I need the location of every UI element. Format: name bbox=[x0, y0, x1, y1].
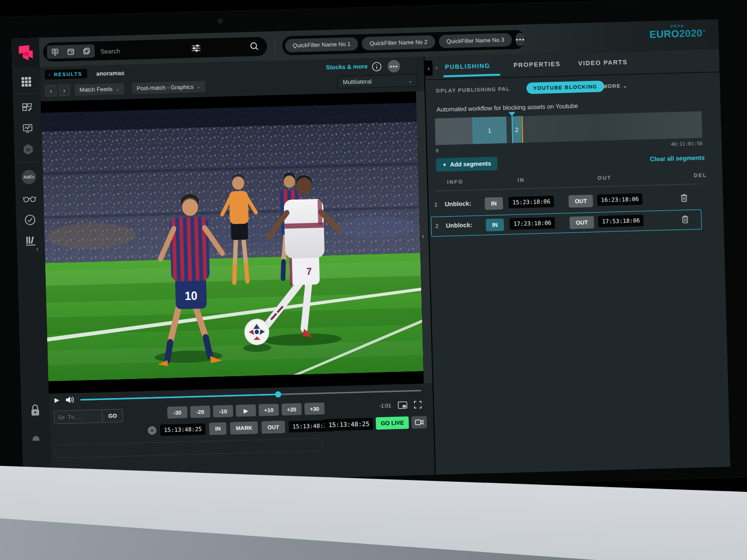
chevron-right-icon: › bbox=[422, 232, 424, 240]
projector-icon[interactable] bbox=[50, 47, 60, 57]
row1-in-timecode[interactable]: 15:23:18:06 bbox=[508, 196, 554, 209]
out-button[interactable]: OUT bbox=[262, 420, 285, 433]
search-icon[interactable] bbox=[249, 41, 260, 52]
subtab-youtube-blocking[interactable]: YOUTUBE BLOCKING bbox=[526, 80, 604, 94]
jog-minus-10-button[interactable]: -10 bbox=[213, 405, 233, 417]
goto-group: GO bbox=[54, 409, 123, 424]
pip-icon[interactable] bbox=[398, 401, 407, 409]
in-timecode[interactable]: 15:13:48:25 bbox=[160, 423, 206, 436]
row1-out-button[interactable]: OUT bbox=[568, 195, 593, 208]
sidebar-divider bbox=[19, 161, 39, 162]
row2-in-button[interactable]: IN bbox=[485, 219, 504, 231]
annotation-input[interactable] bbox=[55, 438, 323, 458]
jog-buttons: -30 -20 -10 ▶ +10 +20 +30 bbox=[167, 402, 325, 419]
jog-plus-30-button[interactable]: +30 bbox=[304, 402, 325, 415]
stocks-and-more-link[interactable]: Stocks & more bbox=[326, 63, 368, 70]
collections-icon[interactable] bbox=[82, 46, 92, 56]
match-feeds-dropdown[interactable]: Match Feeds⌄ bbox=[75, 83, 125, 96]
timeline-segment-1[interactable]: 1 bbox=[472, 117, 507, 144]
quickfilter-3-button[interactable]: QuickFilter Name No 3 bbox=[439, 33, 512, 48]
tab-publishing[interactable]: PUBLISHING bbox=[445, 62, 491, 71]
row1-delete-icon[interactable] bbox=[680, 193, 687, 202]
post-match-dropdown[interactable]: Post-match - Graphics⌄ bbox=[131, 81, 205, 94]
in-button[interactable]: IN bbox=[209, 422, 226, 435]
jog-plus-10-button[interactable]: +10 bbox=[259, 404, 279, 416]
multilateral-dropdown[interactable]: Multilateral⌄ bbox=[337, 74, 418, 89]
jog-minus-20-button[interactable]: -20 bbox=[190, 406, 211, 418]
timeline-yellow-marker bbox=[522, 116, 524, 143]
calendar-icon[interactable] bbox=[66, 47, 76, 57]
play-button[interactable]: ▶ bbox=[54, 396, 59, 403]
library-icon[interactable] bbox=[17, 231, 45, 251]
mark-button[interactable]: MARK bbox=[230, 421, 258, 435]
svg-text:10: 10 bbox=[184, 289, 197, 302]
header-info: INFO bbox=[447, 179, 464, 185]
row-number: 1 bbox=[434, 201, 437, 208]
sidebar-collapse-icon[interactable]: ‹ bbox=[36, 244, 39, 252]
subtab-dplay[interactable]: DPLAY PUBLISHING PAL bbox=[436, 86, 510, 93]
quickfilter-more-button[interactable]: ●●● bbox=[515, 33, 525, 47]
svg-text:7: 7 bbox=[306, 266, 312, 277]
row2-out-timecode[interactable]: 17:53:18:06 bbox=[598, 215, 644, 228]
results-breadcrumb[interactable]: ›RESULTS bbox=[45, 69, 87, 79]
tab-video-parts[interactable]: VIDEO PARTS bbox=[578, 59, 628, 67]
jog-play-button[interactable]: ▶ bbox=[236, 404, 256, 417]
row2-out-button[interactable]: OUT bbox=[569, 216, 594, 229]
next-feed-button[interactable]: › bbox=[59, 84, 71, 96]
timeline-start: 0 bbox=[435, 148, 438, 153]
row2-in-timecode[interactable]: 17:23:18:06 bbox=[509, 217, 555, 230]
prev-feed-button[interactable]: ‹ bbox=[45, 85, 57, 97]
camera-button[interactable] bbox=[412, 416, 427, 429]
goto-input[interactable] bbox=[54, 410, 102, 424]
chevron-down-icon: ⌄ bbox=[623, 83, 628, 89]
search-input[interactable] bbox=[99, 41, 192, 59]
video-player[interactable]: 10 bbox=[40, 91, 424, 394]
quickfilter-2-button[interactable]: QuickFilter Name No 2 bbox=[362, 35, 435, 50]
layout-edit-icon[interactable] bbox=[13, 98, 41, 118]
app-logo-cell[interactable] bbox=[11, 38, 40, 68]
jog-plus-20-button[interactable]: +20 bbox=[282, 403, 302, 415]
stats-monitor-icon[interactable] bbox=[13, 119, 41, 139]
subtab-more[interactable]: MORE ⌄ bbox=[603, 83, 628, 90]
row1-out-timecode[interactable]: 16:23:18:06 bbox=[597, 193, 643, 206]
row1-in-button[interactable]: IN bbox=[485, 197, 503, 210]
tab-properties[interactable]: PROPERTIES bbox=[514, 60, 561, 69]
lock-icon[interactable] bbox=[21, 400, 49, 420]
publishing-panel: ‹ › PUBLISHING PROPERTIES VIDEO PARTS DP… bbox=[424, 49, 730, 475]
chrome-divider bbox=[274, 39, 275, 53]
grid-view-icon[interactable] bbox=[12, 72, 40, 92]
clear-in-icon[interactable]: ✕ bbox=[148, 426, 156, 435]
panel-more-button[interactable]: ●●● bbox=[387, 60, 400, 73]
jog-minus-30-button[interactable]: -30 bbox=[167, 406, 188, 419]
collection-label: anoramas bbox=[96, 70, 124, 77]
scene-stage: QuickFilter Name No 1 QuickFilter Name N… bbox=[0, 0, 747, 560]
adex-icon[interactable]: AdEx bbox=[15, 167, 43, 187]
quickfilter-bar: QuickFilter Name No 1 QuickFilter Name N… bbox=[282, 30, 525, 56]
timeline-segment-2[interactable]: 2 bbox=[512, 116, 522, 143]
app-window: QuickFilter Name No 1 QuickFilter Name N… bbox=[11, 20, 730, 486]
progress-thumb[interactable] bbox=[275, 391, 281, 398]
row-number: 2 bbox=[435, 223, 439, 230]
filter-sliders-icon[interactable] bbox=[191, 43, 202, 53]
hexagon-m-icon[interactable]: M bbox=[14, 140, 42, 160]
add-segments-button[interactable]: +Add segments bbox=[436, 157, 498, 171]
euro-year: 2020 bbox=[679, 27, 703, 39]
go-live-button[interactable]: GO LIVE bbox=[376, 416, 409, 430]
approved-check-icon[interactable] bbox=[16, 210, 44, 230]
match-video-frame: 10 bbox=[41, 103, 424, 381]
go-button[interactable]: GO bbox=[102, 410, 123, 422]
row2-delete-icon[interactable] bbox=[681, 215, 688, 223]
svg-text:M: M bbox=[26, 147, 30, 152]
download-icon[interactable] bbox=[22, 431, 50, 451]
chevron-down-icon: ⌄ bbox=[408, 78, 413, 83]
active-tab-underline bbox=[443, 74, 500, 77]
blocking-timeline[interactable]: 1 2 bbox=[435, 111, 702, 145]
fullscreen-icon[interactable] bbox=[414, 401, 422, 409]
quickfilter-1-button[interactable]: QuickFilter Name No 1 bbox=[285, 37, 358, 52]
mark-controls: ✕ 15:13:48:25 IN MARK OUT 15:13:48:25 ✕ bbox=[148, 419, 347, 437]
volume-icon[interactable] bbox=[65, 396, 74, 404]
clear-all-segments-link[interactable]: Clear all segments bbox=[650, 154, 705, 162]
header-del: DEL bbox=[694, 172, 707, 178]
info-icon[interactable] bbox=[371, 61, 382, 72]
glasses-icon[interactable] bbox=[15, 189, 43, 209]
